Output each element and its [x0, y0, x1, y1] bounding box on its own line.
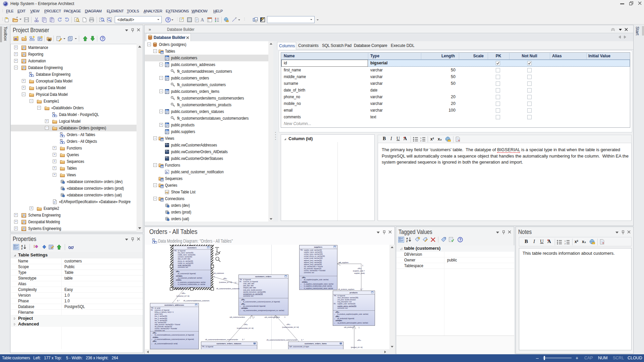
svg-text:1: 1	[214, 276, 215, 278]
svg-text:1: 1	[565, 240, 566, 242]
svg-text:«unique»: «unique»	[241, 307, 248, 309]
svg-text:+fk_customersaddresses_custome: +fk_customersaddresses_customers	[183, 300, 210, 302]
svg-text:ix_customers_mobile(mobile_no:: ix_customers_mobile(mobile_no: varchar	[178, 284, 206, 285]
svg-text:mobile_no: varchar(20): mobile_no: varchar(20)	[178, 262, 194, 264]
svg-text:phone_no: varchar(20): phone_no: varchar(20)	[178, 260, 193, 262]
svg-text:+fk_customersorders_customers: +fk_customersorders_customers	[216, 288, 239, 290]
svg-text:1: 1	[359, 327, 360, 328]
svg-text:zip_postcode: varchar(10): zip_postcode: varchar(10)	[304, 268, 322, 269]
svg-text:active: bit(1): active: bit(1)	[155, 313, 163, 315]
svg-text:?: ?	[167, 18, 169, 22]
svg-text:(customer_id = id): (customer_id = id)	[176, 295, 190, 297]
svg-text:customerorder_id: bigint: customerorder_id: bigint	[293, 346, 309, 348]
svg-text:«index»: «index»	[176, 279, 182, 281]
svg-text:*PK: *PK	[202, 346, 205, 348]
svg-text:«PK»: «PK»	[302, 277, 306, 279]
svg-text:*PK: *PK	[239, 279, 242, 281]
svg-text:2: 2	[565, 243, 566, 245]
svg-text:«FK»: «FK»	[241, 299, 245, 301]
svg-text:+fk_customersordersstatuses_cu: +fk_customersordersstatuses_customersord…	[205, 339, 238, 341]
svg-text:«unique»: «unique»	[176, 275, 183, 277]
svg-text:consignment_no: varchar(50): consignment_no: varchar(50)	[243, 293, 263, 295]
svg-text:state_province: varchar(50) =: state_province: varchar(50) = 'Victoria'	[155, 324, 180, 325]
svg-text:ix_suppliers_sname(supplier_na: ix_suppliers_sname(supplier_name: varcha…	[304, 283, 334, 285]
svg-text:«index»: «index»	[302, 281, 308, 283]
svg-text:suppliers: suppliers	[314, 246, 322, 248]
svg-text:ix_suppliers_cname(contact_nam: ix_suppliers_cname(contact_name: varchar	[304, 288, 333, 289]
svg-text:unit_price: double precision: unit_price: double precision	[337, 299, 356, 301]
svg-text:pk_customersorders(id: bigseri: pk_customersorders(id: bigserial)	[243, 305, 266, 307]
svg-text:products: products	[350, 292, 358, 294]
svg-text:supplier_name: varchar(50): supplier_name: varchar(50)	[304, 251, 323, 253]
svg-text:1: 1	[284, 316, 285, 318]
svg-text:«unique»: «unique»	[335, 320, 342, 321]
svg-text:city: varchar(100) = 'Victoria: city: varchar(100) = 'Victoria'	[304, 266, 323, 267]
svg-text:pk_suppliers(supplier_code: va: pk_suppliers(supplier_code: varchar)	[304, 279, 329, 281]
svg-text:supplier_parmo: varchar(50): supplier_parmo: varchar(50)	[337, 305, 357, 307]
svg-text:email: varchar(100): email: varchar(100)	[178, 264, 191, 266]
svg-text:customer_id: bigserial: customer_id: bigserial	[243, 281, 258, 283]
svg-text:long_description: text: long_description: text	[337, 301, 352, 303]
svg-text:«FK»: «FK»	[286, 324, 290, 325]
svg-text:FK: FK	[334, 303, 336, 305]
svg-text:pk_customers(id: bigserial): pk_customers(id: bigserial)	[178, 273, 196, 275]
svg-text:comments: text: comments: text	[304, 272, 314, 274]
svg-text:short_description: varchar(255: short_description: varchar(255)	[337, 297, 359, 299]
svg-text:(customer_id = id): (customer_id = id)	[219, 282, 232, 283]
svg-text:ix_suppliers_email(contact_ema: ix_suppliers_email(contact_email: varcha…	[304, 285, 332, 287]
svg-text:1: 1	[362, 265, 363, 266]
svg-text:contact_phone_no: varchar(20): contact_phone_no: varchar(20)	[304, 255, 325, 257]
svg-text:customers_orders: customers_orders	[255, 276, 271, 278]
svg-text:country: varchar(50) = 'Austra: country: varchar(50) = 'Australia'	[304, 270, 326, 272]
svg-text:Z: Z	[406, 240, 408, 243]
svg-text:id: bigserial: id: bigserial	[243, 279, 251, 281]
svg-text:uq_customers_email(email: varc: uq_customers_email(email: varchar)	[178, 277, 202, 279]
svg-text:address_line2: varchar(50): address_line2: varchar(50)	[304, 262, 322, 263]
svg-text:contact_email: varchar(100): contact_email: varchar(100)	[304, 257, 323, 259]
svg-text:special_instructions: varchar(: special_instructions: varchar(255)	[243, 291, 266, 293]
svg-text:(customerorder_id = id): (customerorder_id = id)	[237, 327, 254, 329]
svg-text:«FK»: «FK»	[357, 340, 361, 341]
svg-text:«PK»: «PK»	[223, 278, 227, 280]
svg-text:«index»: «index»	[153, 337, 159, 338]
svg-text:0..*: 0..*	[301, 339, 304, 341]
svg-text:2: 2	[420, 140, 422, 142]
svg-text:customer_id: bigserial: customer_id: bigserial	[155, 309, 169, 311]
svg-text:*pfK: *pfK	[289, 346, 292, 348]
svg-text:(supplier_code =: (supplier_code =	[353, 270, 365, 272]
svg-text:+pk_suppliers: +pk_suppliers	[338, 262, 348, 263]
svg-text:contact_name: varchar(100): contact_name: varchar(100)	[304, 253, 323, 255]
svg-text:+pk_customersorders: +pk_customersorders	[264, 316, 280, 318]
svg-text:id: bigserial: id: bigserial	[206, 346, 213, 348]
svg-text:ix_customers_surname(surname:: ix_customers_surname(surname: varchar	[178, 282, 206, 283]
svg-text:«FK»: «FK»	[358, 268, 362, 269]
svg-text:?: ?	[459, 238, 461, 242]
svg-text:line_1: varchar(50): line_1: varchar(50)	[155, 315, 167, 317]
svg-text:id: serial: id: serial	[155, 307, 160, 309]
svg-text:«PK»: «PK»	[335, 316, 339, 317]
svg-text:«PK»: «PK»	[176, 271, 180, 273]
svg-text:0..*: 0..*	[235, 282, 237, 284]
svg-text:paid_date: date: paid_date: date	[243, 285, 254, 287]
svg-text:1: 1	[420, 137, 422, 139]
svg-text:customers_orders_items: customers_orders_items	[305, 343, 327, 345]
svg-text:date_of_birth: date: date_of_birth: date	[178, 258, 191, 260]
svg-text:address_line1: varchar(50): address_line1: varchar(50)	[304, 260, 322, 261]
svg-text:fk_customersorders_customers(c: fk_customersorders_customers(customer_id…	[243, 301, 280, 303]
svg-text:middle_name: varchar(50): middle_name: varchar(50)	[178, 254, 196, 256]
svg-text:customers: customers	[187, 247, 197, 249]
svg-text:0..*: 0..*	[177, 300, 179, 302]
svg-text:id: bigserial: id: bigserial	[178, 250, 185, 252]
svg-text:customers_addresses: customers_addresses	[164, 304, 184, 306]
svg-text:Z: Z	[21, 247, 23, 250]
svg-text:city: varchar(100): city: varchar(100)	[155, 322, 166, 323]
svg-text:(customerorder_id = id): (customerorder_id = id)	[282, 326, 299, 328]
svg-text:FK: FK	[151, 309, 153, 311]
svg-text:customers_orders_statuses: customers_orders_statuses	[216, 343, 241, 345]
svg-text:*PK: *PK	[300, 249, 303, 251]
svg-text:first_name: varchar(50): first_name: varchar(50)	[178, 252, 194, 254]
svg-text:«PK»: «PK»	[153, 341, 157, 342]
svg-text:fk_products_suppliers(supplier: fk_products_suppliers(supplier_code: var…	[337, 313, 369, 315]
svg-text:?: ?	[102, 37, 104, 41]
svg-text:*PK: *PK	[174, 250, 177, 252]
